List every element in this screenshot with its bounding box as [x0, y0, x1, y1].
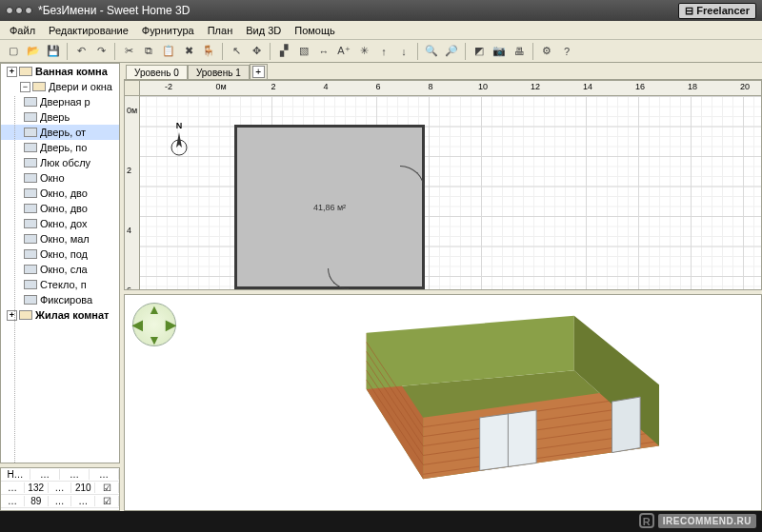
- down-level-button[interactable]: ↓: [394, 42, 413, 61]
- prop-cell: …: [30, 469, 60, 480]
- prop-cell[interactable]: …: [1, 496, 25, 506]
- nav-up-icon[interactable]: ▲: [148, 302, 161, 317]
- prop-cell[interactable]: …: [1, 483, 25, 493]
- window-titlebar: *БезИмени - Sweet Home 3D ⊟ Freelancer: [0, 0, 762, 21]
- view-3d[interactable]: ▲ ▼ ◀ ▶: [124, 294, 762, 511]
- window-controls[interactable]: [6, 7, 32, 14]
- help-button[interactable]: ?: [557, 42, 576, 61]
- paste-button[interactable]: 📋: [159, 42, 178, 61]
- tree-item[interactable]: +Жилая комнат: [1, 307, 119, 323]
- ruler-tick: 20: [740, 82, 750, 91]
- copy-button[interactable]: ⧉: [139, 42, 158, 61]
- cut-button[interactable]: ✂: [119, 42, 138, 61]
- room-button[interactable]: ▧: [294, 42, 313, 61]
- tree-item[interactable]: Дверь, от: [1, 125, 119, 140]
- nav-left-icon[interactable]: ◀: [132, 317, 143, 332]
- text-button[interactable]: A⁺: [334, 42, 353, 61]
- level-tabs: Уровень 0Уровень 1+: [124, 63, 762, 80]
- compass-indicator[interactable]: N: [167, 121, 191, 159]
- tree-item[interactable]: Окно, дво: [1, 201, 119, 216]
- ruler-tick: 8: [428, 82, 432, 91]
- room-outline[interactable]: 41,86 м²: [234, 125, 425, 289]
- tree-item[interactable]: −Двери и окна: [1, 79, 119, 94]
- tree-item[interactable]: Окно: [1, 170, 119, 186]
- freelancer-badge: ⊟ Freelancer: [678, 3, 756, 19]
- ruler-tick: 18: [688, 82, 697, 91]
- 3d-button[interactable]: ◩: [470, 42, 489, 61]
- menu-редактирование[interactable]: Редактирование: [43, 23, 134, 38]
- tree-item[interactable]: Окно, сла: [1, 262, 119, 277]
- tree-item[interactable]: Окно, дох: [1, 216, 119, 231]
- zoom-in-button[interactable]: 🔍: [422, 42, 441, 61]
- prefs-button[interactable]: ⚙: [537, 42, 556, 61]
- door-3d: [612, 397, 640, 452]
- checkbox-icon[interactable]: ☑: [95, 496, 119, 506]
- ruler-tick: 2: [127, 166, 131, 175]
- zoom-out-button[interactable]: 🔎: [442, 42, 461, 61]
- ruler-tick: 0м: [127, 106, 137, 115]
- tree-item[interactable]: Дверь: [1, 109, 119, 125]
- prop-cell[interactable]: 89: [25, 496, 49, 506]
- ruler-tick: -2: [165, 82, 172, 91]
- menu-вид 3d[interactable]: Вид 3D: [240, 23, 287, 38]
- new-button[interactable]: ▢: [4, 42, 23, 61]
- tree-item[interactable]: +Ванная комна: [1, 64, 119, 79]
- dimension-button[interactable]: ↔: [314, 42, 333, 61]
- select-button[interactable]: ↖: [227, 42, 246, 61]
- save-button[interactable]: 💾: [44, 42, 63, 61]
- door-icon[interactable]: [400, 166, 425, 190]
- up-level-button[interactable]: ↑: [374, 42, 393, 61]
- ruler-tick: 6: [127, 286, 131, 290]
- tree-item[interactable]: Люк обслу: [1, 155, 119, 170]
- furniture-properties-table[interactable]: Н………… …132…210☑ …89……☑: [0, 467, 120, 511]
- wall-button[interactable]: ▞: [274, 42, 293, 61]
- tree-item[interactable]: Окно, под: [1, 246, 119, 262]
- watermark: R IRECOMMEND.RU: [639, 513, 756, 528]
- prop-cell[interactable]: …: [49, 483, 72, 493]
- checkbox-icon[interactable]: ☑: [95, 483, 119, 493]
- add-level-button[interactable]: +: [250, 64, 268, 79]
- tree-item[interactable]: Стекло, п: [1, 277, 119, 292]
- ruler-corner: [125, 81, 140, 96]
- nav-right-icon[interactable]: ▶: [166, 317, 176, 332]
- add-furniture-button[interactable]: 🪑: [199, 42, 218, 61]
- prop-cell[interactable]: 210: [71, 483, 95, 493]
- prop-cell[interactable]: 132: [25, 483, 49, 493]
- furniture-catalog[interactable]: +Ванная комна−Двери и окнаДверная рДверь…: [0, 63, 120, 463]
- tree-item[interactable]: Фиксирова: [1, 292, 119, 307]
- tree-item[interactable]: Окно, дво: [1, 186, 119, 201]
- pan-button[interactable]: ✥: [247, 42, 266, 61]
- nav-down-icon[interactable]: ▼: [148, 332, 161, 347]
- ruler-vertical: 0м246: [125, 96, 140, 289]
- plan-2d-view[interactable]: -20м246810121416182022 0м246 N 41,86 м²: [124, 80, 762, 290]
- menu-фурнитура[interactable]: Фурнитура: [136, 23, 200, 38]
- compass-button[interactable]: ✳: [354, 42, 373, 61]
- menu-помощь[interactable]: Помощь: [289, 23, 341, 38]
- tree-item[interactable]: Дверь, по: [1, 140, 119, 155]
- level-tab[interactable]: Уровень 0: [126, 65, 188, 79]
- tree-item[interactable]: Дверная р: [1, 94, 119, 109]
- level-tab[interactable]: Уровень 1: [188, 65, 250, 79]
- print-button[interactable]: 🖶: [510, 42, 529, 61]
- camera-button[interactable]: 📷: [490, 42, 509, 61]
- room-area-label: 41,86 м²: [313, 203, 346, 212]
- door-icon[interactable]: [328, 268, 349, 289]
- delete-button[interactable]: ✖: [179, 42, 198, 61]
- open-button[interactable]: 📂: [24, 42, 43, 61]
- ruler-tick: 0м: [215, 82, 226, 91]
- menu-план[interactable]: План: [202, 23, 239, 38]
- prop-cell: …: [60, 469, 90, 480]
- tree-item[interactable]: Окно, мал: [1, 231, 119, 246]
- ruler-tick: 4: [323, 82, 328, 91]
- nav-3d-widget[interactable]: ▲ ▼ ◀ ▶: [132, 303, 176, 346]
- redo-button[interactable]: ↷: [91, 42, 110, 61]
- prop-cell[interactable]: …: [49, 496, 72, 506]
- prop-cell: …: [90, 469, 119, 480]
- prop-cell: Н…: [1, 469, 30, 480]
- menu-файл[interactable]: Файл: [4, 23, 41, 38]
- prop-cell[interactable]: …: [71, 496, 95, 506]
- door-3d: [480, 410, 536, 470]
- plan-grid[interactable]: N 41,86 м²: [140, 96, 761, 289]
- undo-button[interactable]: ↶: [71, 42, 90, 61]
- ruler-tick: 4: [127, 226, 131, 235]
